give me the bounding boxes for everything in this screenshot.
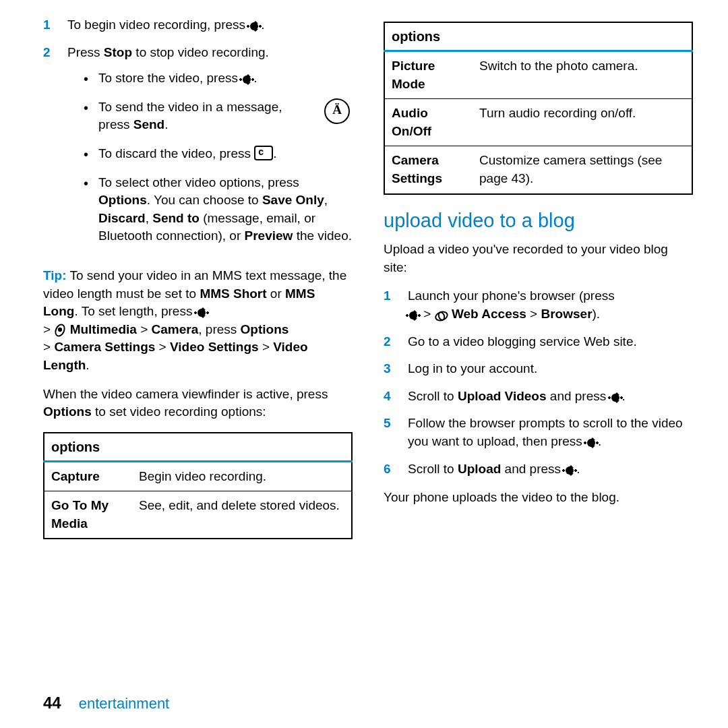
outro-paragraph: Your phone uploads the video to the blog… bbox=[384, 489, 693, 507]
step-num: 1 bbox=[43, 16, 67, 34]
step-num: 2 bbox=[43, 44, 67, 256]
step-body: Press Stop to stop video recording. To s… bbox=[67, 44, 353, 256]
center-key-icon bbox=[610, 390, 622, 402]
clear-key-icon bbox=[254, 146, 273, 160]
center-key-icon bbox=[249, 19, 261, 31]
section-heading: upload video to a blog bbox=[384, 207, 693, 235]
web-icon bbox=[435, 310, 448, 320]
options-table-left: options CaptureBegin video recording. Go… bbox=[43, 432, 353, 540]
step-body: To begin video recording, press . bbox=[67, 16, 353, 34]
options-table-right: options Picture ModeSwitch to the photo … bbox=[384, 22, 693, 195]
page-number: 44 bbox=[43, 692, 61, 715]
tip-paragraph: Tip: To send your video in an MMS text m… bbox=[43, 267, 353, 375]
viewfinder-paragraph: When the video camera viewfinder is acti… bbox=[43, 386, 353, 421]
section-label: entertainment bbox=[79, 694, 170, 715]
center-key-icon bbox=[586, 435, 598, 448]
center-key-icon bbox=[408, 308, 420, 320]
antenna-icon: Ä bbox=[324, 98, 350, 124]
center-key-icon bbox=[241, 72, 253, 84]
sub-steps: To store the video, press . ÄTo send the… bbox=[84, 69, 353, 245]
right-column: options Picture ModeSwitch to the photo … bbox=[384, 16, 693, 688]
upload-steps: 1Launch your phone's browser (press > We… bbox=[384, 287, 693, 478]
video-steps: 1 To begin video recording, press . 2 Pr… bbox=[43, 16, 353, 256]
intro-paragraph: Upload a video you've recorded to your v… bbox=[384, 241, 693, 276]
left-column: 1 To begin video recording, press . 2 Pr… bbox=[43, 16, 353, 688]
multimedia-icon bbox=[54, 324, 66, 336]
center-key-icon bbox=[196, 305, 208, 317]
center-key-icon bbox=[564, 463, 576, 475]
page-footer: 44 entertainment bbox=[43, 692, 693, 715]
